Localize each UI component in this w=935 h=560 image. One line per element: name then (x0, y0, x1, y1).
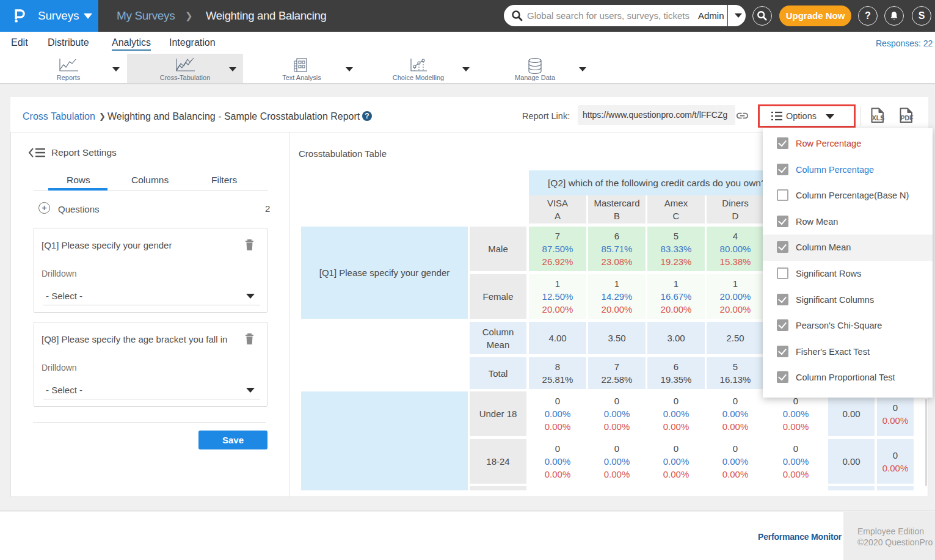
svg-text:PDF: PDF (901, 114, 914, 122)
svg-text:XLS: XLS (872, 114, 884, 122)
